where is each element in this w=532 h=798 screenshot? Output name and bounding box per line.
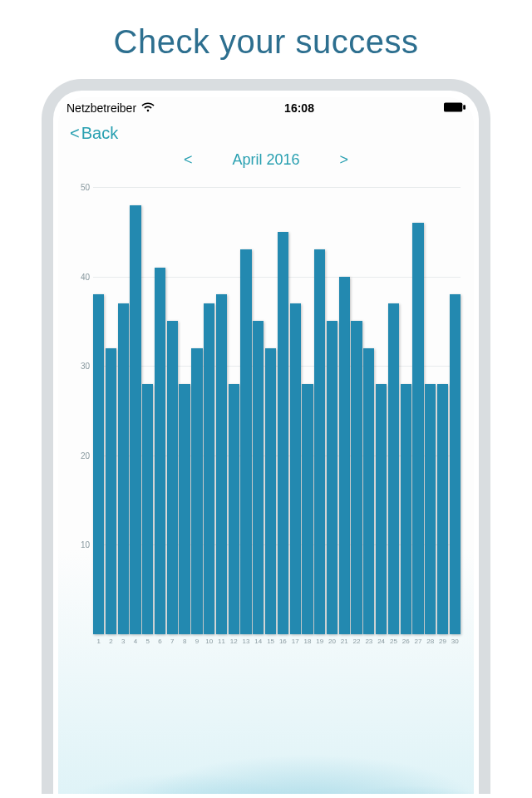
bar[interactable] [450, 294, 461, 634]
x-tick: 5 [142, 636, 153, 653]
bar[interactable] [302, 384, 313, 634]
bar[interactable] [130, 205, 140, 634]
month-nav: < April 2016 > [58, 145, 474, 179]
bar-chart: 1020304050 12345678910111213141516171819… [68, 187, 464, 653]
bar[interactable] [204, 303, 214, 634]
y-tick: 40 [68, 272, 90, 281]
carrier-label: Netzbetreiber [66, 101, 136, 115]
status-bar: Netzbetreiber 16:08 [58, 97, 474, 119]
bar[interactable] [93, 294, 104, 634]
prev-month-button[interactable]: < [177, 148, 200, 172]
bar[interactable] [401, 384, 411, 634]
y-tick: 10 [68, 540, 90, 549]
x-tick: 24 [376, 636, 387, 653]
svg-rect-1 [463, 105, 466, 110]
bar[interactable] [363, 348, 374, 634]
y-tick: 20 [68, 451, 90, 460]
bar[interactable] [314, 249, 325, 634]
x-tick: 29 [437, 636, 448, 653]
hero-title: Check your success [0, 0, 532, 79]
bar[interactable] [437, 384, 448, 634]
bar[interactable] [253, 321, 264, 634]
x-axis: 1234567891011121314151617181920212223242… [93, 636, 461, 653]
next-month-button[interactable]: > [333, 148, 356, 172]
status-time: 16:08 [284, 101, 314, 115]
bar[interactable] [155, 268, 165, 634]
bar[interactable] [229, 384, 239, 634]
bar[interactable] [425, 384, 436, 634]
x-tick: 9 [191, 636, 202, 653]
x-tick: 3 [118, 636, 129, 653]
bar[interactable] [388, 303, 399, 634]
x-tick: 4 [130, 636, 140, 653]
back-chevron-icon: < [70, 124, 80, 143]
bar[interactable] [351, 321, 362, 634]
plot-area [93, 187, 461, 634]
x-tick: 23 [363, 636, 374, 653]
month-label: April 2016 [232, 151, 299, 169]
bar[interactable] [118, 303, 129, 634]
svg-rect-0 [444, 102, 462, 111]
x-tick: 28 [425, 636, 436, 653]
bar[interactable] [179, 384, 190, 634]
back-button[interactable]: < Back [70, 124, 118, 143]
y-tick: 30 [68, 362, 90, 371]
x-tick: 12 [229, 636, 239, 653]
x-tick: 2 [106, 636, 116, 653]
x-tick: 26 [401, 636, 411, 653]
x-tick: 27 [412, 636, 423, 653]
x-tick: 1 [93, 636, 104, 653]
x-tick: 13 [240, 636, 251, 653]
x-tick: 7 [167, 636, 178, 653]
bar[interactable] [191, 348, 202, 634]
bar[interactable] [265, 348, 276, 634]
x-tick: 6 [155, 636, 165, 653]
bar[interactable] [216, 294, 227, 634]
x-tick: 18 [302, 636, 313, 653]
bar[interactable] [290, 303, 301, 634]
bar[interactable] [142, 384, 153, 634]
phone-frame: Netzbetreiber 16:08 < Back < April 2016 … [42, 79, 490, 794]
bar[interactable] [167, 321, 178, 634]
x-tick: 8 [179, 636, 190, 653]
bar[interactable] [278, 232, 288, 634]
water-splash-decoration [58, 661, 474, 794]
status-left: Netzbetreiber [66, 101, 155, 115]
wifi-icon [141, 101, 155, 115]
y-tick: 50 [68, 183, 90, 192]
bar[interactable] [240, 249, 251, 634]
chart-container: 1020304050 12345678910111213141516171819… [58, 179, 474, 794]
x-tick: 30 [450, 636, 461, 653]
bar[interactable] [412, 223, 423, 634]
x-tick: 17 [290, 636, 301, 653]
x-tick: 11 [216, 636, 227, 653]
bar[interactable] [327, 321, 337, 634]
battery-icon [444, 101, 466, 115]
x-tick: 16 [278, 636, 288, 653]
bar[interactable] [376, 384, 387, 634]
x-tick: 15 [265, 636, 276, 653]
app-screen: Netzbetreiber 16:08 < Back < April 2016 … [58, 97, 474, 794]
bar[interactable] [339, 277, 350, 634]
x-tick: 22 [351, 636, 362, 653]
x-tick: 19 [314, 636, 325, 653]
x-tick: 10 [204, 636, 214, 653]
x-tick: 21 [339, 636, 350, 653]
back-label: Back [81, 124, 118, 143]
x-tick: 20 [327, 636, 337, 653]
nav-bar: < Back [58, 119, 474, 145]
x-tick: 14 [253, 636, 264, 653]
bars-group [93, 187, 461, 634]
bar[interactable] [106, 348, 116, 634]
x-tick: 25 [388, 636, 399, 653]
